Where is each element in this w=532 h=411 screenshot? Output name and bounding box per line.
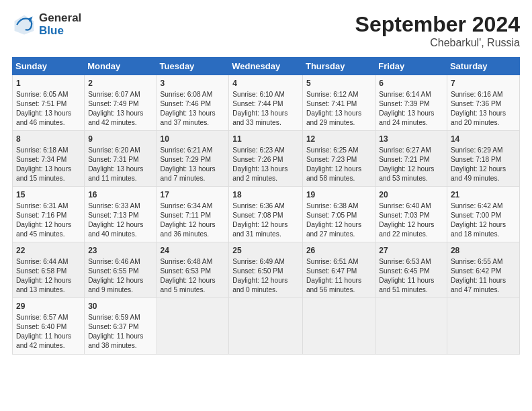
header: General Blue September 2024 Chebarkul', … xyxy=(12,12,520,49)
calendar-header: Sunday Monday Tuesday Wednesday Thursday… xyxy=(13,58,520,75)
title-block: September 2024 Chebarkul', Russia xyxy=(355,12,520,49)
day-info: Sunrise: 6:55 AM Sunset: 6:42 PM Dayligh… xyxy=(451,257,516,295)
day-number: 29 xyxy=(16,301,81,312)
day-number: 6 xyxy=(379,78,443,89)
day-info: Sunrise: 6:10 AM Sunset: 7:44 PM Dayligh… xyxy=(232,90,299,128)
day-info: Sunrise: 6:36 AM Sunset: 7:08 PM Dayligh… xyxy=(232,201,299,239)
calendar-cell: 18Sunrise: 6:36 AM Sunset: 7:08 PM Dayli… xyxy=(229,187,303,242)
calendar-cell: 10Sunrise: 6:21 AM Sunset: 7:29 PM Dayli… xyxy=(157,131,229,187)
day-number: 21 xyxy=(451,189,516,201)
day-info: Sunrise: 6:25 AM Sunset: 7:23 PM Dayligh… xyxy=(306,146,371,183)
day-number: 9 xyxy=(88,134,152,145)
day-info: Sunrise: 6:46 AM Sunset: 6:55 PM Dayligh… xyxy=(88,257,152,295)
calendar-cell: 1Sunrise: 6:05 AM Sunset: 7:51 PM Daylig… xyxy=(13,75,85,131)
day-number: 22 xyxy=(16,245,81,257)
day-info: Sunrise: 6:12 AM Sunset: 7:41 PM Dayligh… xyxy=(306,90,371,128)
day-info: Sunrise: 6:31 AM Sunset: 7:16 PM Dayligh… xyxy=(16,201,81,239)
calendar-cell xyxy=(302,298,375,354)
col-wednesday: Wednesday xyxy=(229,58,303,75)
calendar-cell: 8Sunrise: 6:18 AM Sunset: 7:34 PM Daylig… xyxy=(13,131,85,187)
header-row: Sunday Monday Tuesday Wednesday Thursday… xyxy=(13,58,520,75)
calendar-cell: 20Sunrise: 6:40 AM Sunset: 7:03 PM Dayli… xyxy=(375,187,447,242)
calendar-cell: 29Sunrise: 6:57 AM Sunset: 6:40 PM Dayli… xyxy=(13,298,85,354)
calendar-cell: 14Sunrise: 6:29 AM Sunset: 7:18 PM Dayli… xyxy=(447,131,519,187)
day-number: 2 xyxy=(88,78,152,89)
day-number: 15 xyxy=(16,189,81,201)
day-info: Sunrise: 6:49 AM Sunset: 6:50 PM Dayligh… xyxy=(232,257,299,295)
calendar-week-2: 8Sunrise: 6:18 AM Sunset: 7:34 PM Daylig… xyxy=(13,131,520,187)
calendar-cell xyxy=(157,298,229,354)
logo-text: General Blue xyxy=(39,12,81,37)
day-info: Sunrise: 6:33 AM Sunset: 7:13 PM Dayligh… xyxy=(88,201,152,239)
day-info: Sunrise: 6:44 AM Sunset: 6:58 PM Dayligh… xyxy=(16,257,81,295)
calendar-week-3: 15Sunrise: 6:31 AM Sunset: 7:16 PM Dayli… xyxy=(13,187,520,242)
day-number: 28 xyxy=(451,245,516,257)
day-number: 8 xyxy=(16,134,81,145)
calendar-cell: 16Sunrise: 6:33 AM Sunset: 7:13 PM Dayli… xyxy=(85,187,157,242)
day-info: Sunrise: 6:57 AM Sunset: 6:40 PM Dayligh… xyxy=(16,313,81,351)
calendar-cell: 11Sunrise: 6:23 AM Sunset: 7:26 PM Dayli… xyxy=(229,131,303,187)
calendar-week-4: 22Sunrise: 6:44 AM Sunset: 6:58 PM Dayli… xyxy=(13,242,520,298)
day-info: Sunrise: 6:20 AM Sunset: 7:31 PM Dayligh… xyxy=(88,146,152,183)
calendar-cell: 30Sunrise: 6:59 AM Sunset: 6:37 PM Dayli… xyxy=(85,298,157,354)
day-number: 16 xyxy=(88,189,152,201)
day-number: 30 xyxy=(88,301,152,312)
day-number: 24 xyxy=(161,245,226,257)
title-month: September 2024 xyxy=(355,12,520,37)
col-sunday: Sunday xyxy=(13,58,85,75)
logo-general-text: General xyxy=(39,12,81,25)
logo-icon xyxy=(12,13,36,37)
day-info: Sunrise: 6:21 AM Sunset: 7:29 PM Dayligh… xyxy=(161,146,226,183)
calendar-cell: 9Sunrise: 6:20 AM Sunset: 7:31 PM Daylig… xyxy=(85,131,157,187)
day-info: Sunrise: 6:07 AM Sunset: 7:49 PM Dayligh… xyxy=(88,90,152,128)
calendar-cell: 17Sunrise: 6:34 AM Sunset: 7:11 PM Dayli… xyxy=(157,187,229,242)
calendar-cell xyxy=(375,298,447,354)
calendar-table: Sunday Monday Tuesday Wednesday Thursday… xyxy=(12,57,520,355)
day-number: 1 xyxy=(16,78,81,89)
day-number: 26 xyxy=(306,245,371,257)
day-info: Sunrise: 6:16 AM Sunset: 7:36 PM Dayligh… xyxy=(451,90,516,128)
day-info: Sunrise: 6:05 AM Sunset: 7:51 PM Dayligh… xyxy=(16,90,81,128)
calendar-body: 1Sunrise: 6:05 AM Sunset: 7:51 PM Daylig… xyxy=(13,75,520,355)
calendar-cell: 28Sunrise: 6:55 AM Sunset: 6:42 PM Dayli… xyxy=(447,242,519,298)
calendar-page: General Blue September 2024 Chebarkul', … xyxy=(0,0,532,411)
day-number: 7 xyxy=(451,78,516,89)
logo: General Blue xyxy=(12,12,81,37)
day-number: 27 xyxy=(379,245,443,257)
day-info: Sunrise: 6:23 AM Sunset: 7:26 PM Dayligh… xyxy=(232,146,299,183)
calendar-cell: 2Sunrise: 6:07 AM Sunset: 7:49 PM Daylig… xyxy=(85,75,157,131)
calendar-cell: 13Sunrise: 6:27 AM Sunset: 7:21 PM Dayli… xyxy=(375,131,447,187)
day-info: Sunrise: 6:59 AM Sunset: 6:37 PM Dayligh… xyxy=(88,313,152,351)
col-friday: Friday xyxy=(375,58,447,75)
calendar-cell xyxy=(447,298,519,354)
calendar-week-5: 29Sunrise: 6:57 AM Sunset: 6:40 PM Dayli… xyxy=(13,298,520,354)
day-info: Sunrise: 6:51 AM Sunset: 6:47 PM Dayligh… xyxy=(306,257,371,295)
col-thursday: Thursday xyxy=(302,58,375,75)
day-info: Sunrise: 6:18 AM Sunset: 7:34 PM Dayligh… xyxy=(16,146,81,183)
calendar-cell: 12Sunrise: 6:25 AM Sunset: 7:23 PM Dayli… xyxy=(302,131,375,187)
day-number: 18 xyxy=(232,189,299,201)
day-number: 14 xyxy=(451,134,516,145)
calendar-week-1: 1Sunrise: 6:05 AM Sunset: 7:51 PM Daylig… xyxy=(13,75,520,131)
day-number: 3 xyxy=(161,78,226,89)
day-number: 20 xyxy=(379,189,443,201)
calendar-cell: 24Sunrise: 6:48 AM Sunset: 6:53 PM Dayli… xyxy=(157,242,229,298)
day-number: 4 xyxy=(232,78,299,89)
logo-blue-text: Blue xyxy=(39,25,81,38)
day-info: Sunrise: 6:38 AM Sunset: 7:05 PM Dayligh… xyxy=(306,201,371,239)
calendar-cell xyxy=(229,298,303,354)
day-info: Sunrise: 6:27 AM Sunset: 7:21 PM Dayligh… xyxy=(379,146,443,183)
day-number: 13 xyxy=(379,134,443,145)
calendar-cell: 7Sunrise: 6:16 AM Sunset: 7:36 PM Daylig… xyxy=(447,75,519,131)
calendar-cell: 23Sunrise: 6:46 AM Sunset: 6:55 PM Dayli… xyxy=(85,242,157,298)
day-number: 12 xyxy=(306,134,371,145)
calendar-cell: 22Sunrise: 6:44 AM Sunset: 6:58 PM Dayli… xyxy=(13,242,85,298)
day-info: Sunrise: 6:40 AM Sunset: 7:03 PM Dayligh… xyxy=(379,201,443,239)
title-location: Chebarkul', Russia xyxy=(355,37,520,49)
calendar-cell: 15Sunrise: 6:31 AM Sunset: 7:16 PM Dayli… xyxy=(13,187,85,242)
day-number: 11 xyxy=(232,134,299,145)
calendar-cell: 3Sunrise: 6:08 AM Sunset: 7:46 PM Daylig… xyxy=(157,75,229,131)
day-info: Sunrise: 6:42 AM Sunset: 7:00 PM Dayligh… xyxy=(451,201,516,239)
calendar-cell: 21Sunrise: 6:42 AM Sunset: 7:00 PM Dayli… xyxy=(447,187,519,242)
day-info: Sunrise: 6:29 AM Sunset: 7:18 PM Dayligh… xyxy=(451,146,516,183)
